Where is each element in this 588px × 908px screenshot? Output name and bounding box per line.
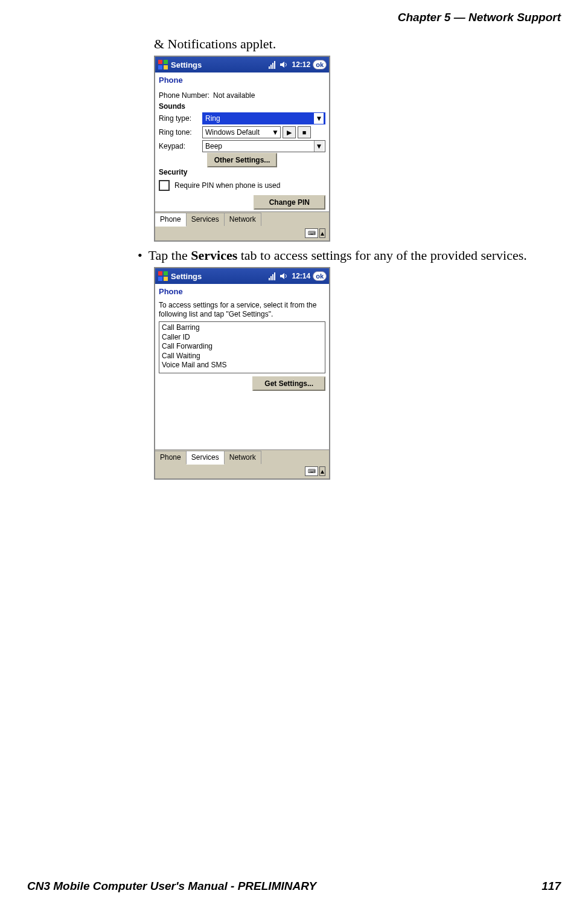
keyboard-icon[interactable]: ⌨: [305, 466, 318, 476]
tab-phone[interactable]: Phone: [155, 451, 187, 464]
bottom-bar: ⌨ ▴: [155, 464, 329, 478]
stop-button[interactable]: ■: [298, 126, 311, 138]
app-title: Phone: [155, 284, 329, 298]
ring-tone-label: Ring tone:: [159, 128, 202, 137]
other-settings-button[interactable]: Other Settings...: [207, 153, 278, 167]
svg-rect-1: [164, 60, 168, 64]
tab-bar: Phone Services Network: [155, 449, 329, 464]
bullet-item: •Tap the Services tab to access settings…: [138, 248, 570, 263]
svg-rect-11: [158, 277, 162, 281]
ring-type-select[interactable]: Ring ▼: [202, 112, 325, 124]
list-item[interactable]: Voice Mail and SMS: [162, 361, 322, 370]
keypad-value: Beep: [205, 142, 222, 150]
tab-phone[interactable]: Phone: [155, 213, 187, 227]
bottom-bar: ⌨ ▴: [155, 226, 329, 240]
ring-type-value: Ring: [205, 114, 220, 123]
body-text-continuation: & Notifications applet.: [154, 36, 570, 52]
footer-manual-title: CN3 Mobile Computer User's Manual - PREL…: [27, 880, 316, 893]
play-icon: ▶: [287, 129, 292, 137]
speaker-icon[interactable]: [280, 272, 288, 280]
require-pin-label: Require PIN when phone is used: [174, 181, 280, 190]
bullet-bold: Services: [191, 248, 237, 263]
svg-rect-13: [269, 278, 270, 280]
change-pin-button[interactable]: Change PIN: [254, 195, 325, 210]
tab-network[interactable]: Network: [225, 451, 261, 464]
svg-rect-7: [274, 61, 275, 69]
signal-icon[interactable]: [269, 60, 277, 69]
tab-network[interactable]: Network: [225, 213, 261, 226]
play-button[interactable]: ▶: [283, 126, 296, 138]
app-title: Phone: [155, 72, 329, 87]
svg-rect-0: [158, 60, 162, 64]
sip-arrow-icon[interactable]: ▴: [319, 466, 325, 476]
signal-icon[interactable]: [269, 272, 277, 280]
screenshot-phone-settings-sounds: Settings 12:12 ok Phone Phone Number: No…: [154, 56, 330, 242]
get-settings-button[interactable]: Get Settings...: [252, 376, 325, 391]
sip-arrow-icon[interactable]: ▴: [319, 228, 325, 238]
ring-tone-select[interactable]: Windows Default ▼: [202, 126, 281, 138]
svg-rect-4: [269, 66, 270, 69]
sounds-heading: Sounds: [159, 102, 325, 111]
clock: 12:12: [292, 60, 310, 69]
svg-rect-16: [274, 272, 275, 280]
chevron-down-icon[interactable]: ▼: [314, 113, 324, 124]
windows-flag-icon[interactable]: [158, 59, 168, 70]
svg-rect-6: [272, 63, 273, 69]
keypad-label: Keypad:: [159, 142, 202, 150]
services-listbox[interactable]: Call Barring Caller ID Call Forwarding C…: [159, 321, 325, 373]
svg-rect-14: [270, 276, 272, 280]
chevron-down-icon[interactable]: ▼: [272, 128, 279, 137]
tab-services[interactable]: Services: [187, 213, 225, 226]
tab-bar: Phone Services Network: [155, 211, 329, 226]
svg-marker-17: [280, 273, 284, 279]
tab-services[interactable]: Services: [187, 451, 225, 465]
clock: 12:14: [292, 272, 310, 280]
services-instruction: To access settings for a service, select…: [159, 301, 325, 319]
chevron-down-icon[interactable]: ▼: [314, 141, 324, 152]
speaker-icon[interactable]: [280, 60, 288, 69]
list-item[interactable]: Call Waiting: [162, 352, 322, 361]
svg-rect-9: [158, 271, 162, 275]
window-title: Settings: [171, 60, 202, 69]
svg-rect-3: [164, 65, 168, 69]
phone-number-label: Phone Number:: [159, 91, 209, 100]
security-heading: Security: [159, 168, 325, 176]
require-pin-checkbox[interactable]: [159, 180, 170, 191]
bullet-suffix: tab to access settings for any of the pr…: [237, 248, 527, 263]
windows-flag-icon[interactable]: [158, 271, 168, 282]
keypad-select[interactable]: Beep ▼: [202, 140, 325, 152]
window-title: Settings: [171, 272, 202, 281]
screenshot-phone-settings-services: Settings 12:14 ok Phone To access settin…: [154, 267, 330, 480]
svg-rect-2: [158, 65, 162, 69]
page-number: 117: [542, 880, 561, 893]
chapter-header: Chapter 5 — Network Support: [398, 11, 561, 24]
ring-type-label: Ring type:: [159, 114, 202, 123]
list-item[interactable]: Call Barring: [162, 323, 322, 333]
svg-rect-12: [164, 277, 168, 281]
svg-rect-5: [270, 65, 272, 69]
keyboard-icon[interactable]: ⌨: [305, 228, 318, 238]
titlebar: Settings 12:12 ok: [155, 57, 329, 72]
titlebar: Settings 12:14 ok: [155, 268, 329, 284]
bullet-icon: •: [138, 248, 142, 263]
ok-button[interactable]: ok: [313, 271, 327, 281]
phone-number-value: Not available: [213, 91, 255, 100]
svg-marker-8: [280, 62, 284, 68]
ring-tone-value: Windows Default: [205, 128, 260, 137]
stop-icon: ■: [302, 129, 307, 136]
list-item[interactable]: Call Forwarding: [162, 342, 322, 352]
svg-rect-10: [164, 271, 168, 275]
bullet-prefix: Tap the: [149, 248, 191, 263]
list-item[interactable]: Caller ID: [162, 333, 322, 343]
ok-button[interactable]: ok: [313, 60, 327, 69]
svg-rect-15: [272, 274, 273, 280]
